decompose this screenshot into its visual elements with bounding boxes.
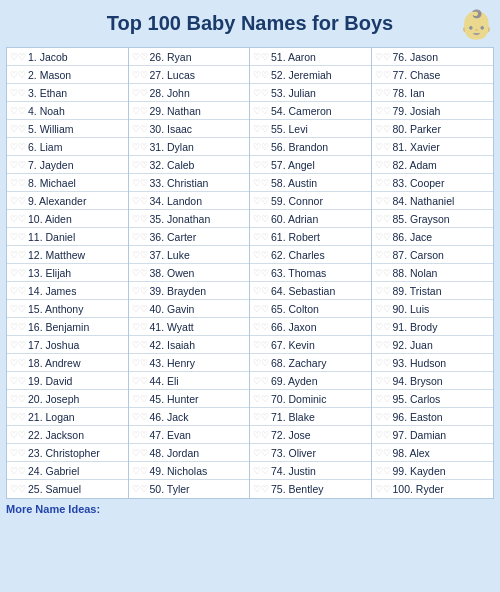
list-item: ♡♡25. Samuel (7, 480, 128, 498)
list-item: ♡♡26. Ryan (129, 48, 250, 66)
hearts-icon: ♡♡ (375, 232, 391, 242)
name-label: 50. Tyler (150, 483, 190, 495)
hearts-icon: ♡♡ (375, 88, 391, 98)
name-label: 52. Jeremiah (271, 69, 332, 81)
list-item: ♡♡89. Tristan (372, 282, 494, 300)
name-label: 73. Oliver (271, 447, 316, 459)
name-label: 8. Michael (28, 177, 76, 189)
list-item: ♡♡2. Mason (7, 66, 128, 84)
hearts-icon: ♡♡ (253, 358, 269, 368)
hearts-icon: ♡♡ (132, 214, 148, 224)
name-label: 57. Angel (271, 159, 315, 171)
page-container: Top 100 Baby Names for Boys 👶 ♡♡1. Jacob… (0, 0, 500, 523)
name-label: 61. Robert (271, 231, 320, 243)
list-item: ♡♡84. Nathaniel (372, 192, 494, 210)
hearts-icon: ♡♡ (132, 412, 148, 422)
name-label: 27. Lucas (150, 69, 196, 81)
name-label: 12. Matthew (28, 249, 85, 261)
name-label: 59. Connor (271, 195, 323, 207)
name-label: 2. Mason (28, 69, 71, 81)
hearts-icon: ♡♡ (132, 124, 148, 134)
list-item: ♡♡92. Juan (372, 336, 494, 354)
list-item: ♡♡69. Ayden (250, 372, 371, 390)
list-item: ♡♡42. Isaiah (129, 336, 250, 354)
name-label: 99. Kayden (393, 465, 446, 477)
hearts-icon: ♡♡ (375, 394, 391, 404)
name-label: 24. Gabriel (28, 465, 79, 477)
list-item: ♡♡70. Dominic (250, 390, 371, 408)
name-label: 48. Jordan (150, 447, 200, 459)
name-label: 76. Jason (393, 51, 439, 63)
list-item: ♡♡94. Bryson (372, 372, 494, 390)
name-label: 84. Nathaniel (393, 195, 455, 207)
name-label: 31. Dylan (150, 141, 194, 153)
name-label: 42. Isaiah (150, 339, 196, 351)
hearts-icon: ♡♡ (132, 340, 148, 350)
list-item: ♡♡33. Christian (129, 174, 250, 192)
list-item: ♡♡52. Jeremiah (250, 66, 371, 84)
list-item: ♡♡79. Josiah (372, 102, 494, 120)
hearts-icon: ♡♡ (10, 286, 26, 296)
name-label: 14. James (28, 285, 76, 297)
hearts-icon: ♡♡ (10, 484, 26, 494)
hearts-icon: ♡♡ (10, 466, 26, 476)
hearts-icon: ♡♡ (375, 160, 391, 170)
hearts-icon: ♡♡ (375, 376, 391, 386)
list-item: ♡♡38. Owen (129, 264, 250, 282)
list-item: ♡♡30. Isaac (129, 120, 250, 138)
list-item: ♡♡18. Andrew (7, 354, 128, 372)
name-label: 11. Daniel (28, 231, 75, 243)
list-item: ♡♡93. Hudson (372, 354, 494, 372)
hearts-icon: ♡♡ (253, 286, 269, 296)
hearts-icon: ♡♡ (132, 358, 148, 368)
name-label: 88. Nolan (393, 267, 438, 279)
hearts-icon: ♡♡ (132, 250, 148, 260)
list-item: ♡♡28. John (129, 84, 250, 102)
name-label: 81. Xavier (393, 141, 440, 153)
name-label: 33. Christian (150, 177, 209, 189)
hearts-icon: ♡♡ (253, 88, 269, 98)
list-item: ♡♡77. Chase (372, 66, 494, 84)
list-item: ♡♡49. Nicholas (129, 462, 250, 480)
name-label: 96. Easton (393, 411, 443, 423)
hearts-icon: ♡♡ (132, 322, 148, 332)
name-label: 20. Joseph (28, 393, 79, 405)
hearts-icon: ♡♡ (375, 430, 391, 440)
hearts-icon: ♡♡ (375, 412, 391, 422)
hearts-icon: ♡♡ (10, 376, 26, 386)
hearts-icon: ♡♡ (375, 358, 391, 368)
name-label: 53. Julian (271, 87, 316, 99)
footer-text: More Name Ideas: (6, 503, 494, 515)
name-label: 46. Jack (150, 411, 189, 423)
hearts-icon: ♡♡ (253, 448, 269, 458)
name-label: 91. Brody (393, 321, 438, 333)
list-item: ♡♡41. Wyatt (129, 318, 250, 336)
list-item: ♡♡72. Jose (250, 426, 371, 444)
name-label: 82. Adam (393, 159, 437, 171)
list-item: ♡♡37. Luke (129, 246, 250, 264)
list-item: ♡♡14. James (7, 282, 128, 300)
hearts-icon: ♡♡ (253, 322, 269, 332)
name-label: 100. Ryder (393, 483, 444, 495)
column-1: ♡♡1. Jacob♡♡2. Mason♡♡3. Ethan♡♡4. Noah♡… (7, 48, 129, 498)
name-label: 39. Brayden (150, 285, 207, 297)
name-label: 72. Jose (271, 429, 311, 441)
list-item: ♡♡88. Nolan (372, 264, 494, 282)
name-label: 18. Andrew (28, 357, 81, 369)
name-label: 38. Owen (150, 267, 195, 279)
list-item: ♡♡48. Jordan (129, 444, 250, 462)
hearts-icon: ♡♡ (375, 214, 391, 224)
list-item: ♡♡56. Brandon (250, 138, 371, 156)
hearts-icon: ♡♡ (253, 196, 269, 206)
hearts-icon: ♡♡ (375, 142, 391, 152)
name-label: 94. Bryson (393, 375, 443, 387)
name-label: 60. Adrian (271, 213, 318, 225)
list-item: ♡♡97. Damian (372, 426, 494, 444)
name-label: 15. Anthony (28, 303, 83, 315)
hearts-icon: ♡♡ (10, 304, 26, 314)
list-item: ♡♡8. Michael (7, 174, 128, 192)
list-item: ♡♡83. Cooper (372, 174, 494, 192)
list-item: ♡♡9. Alexander (7, 192, 128, 210)
list-item: ♡♡19. David (7, 372, 128, 390)
hearts-icon: ♡♡ (10, 412, 26, 422)
